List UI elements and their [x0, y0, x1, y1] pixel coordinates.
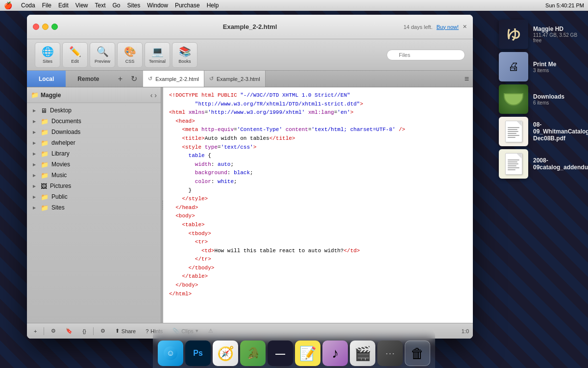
minimize-button[interactable] [42, 24, 49, 30]
file-tab-0-reload-icon[interactable]: ↺ [148, 76, 152, 82]
chevron-right-icon: ▶ [33, 206, 38, 210]
sidebar-item-desktop[interactable]: ▶ 🖥 Desktop [27, 105, 161, 116]
dock-finder[interactable]: ☺ [158, 341, 183, 366]
file-tab-1-reload-icon[interactable]: ↺ [209, 76, 214, 82]
sidebar-item-documents[interactable]: ▶ 📁 Documents [27, 116, 161, 127]
apple-menu[interactable]: 🍎 [4, 1, 12, 9]
sites-label: Sites [43, 59, 52, 64]
downloads-icon: 📁 [41, 129, 49, 136]
preview-icon: 🔍 [97, 46, 109, 57]
sidebar-forward-button[interactable]: › [154, 91, 157, 99]
share-button[interactable]: ⬆ Share [112, 327, 139, 335]
sidebar-item-dwhelper-label: dwhelper [51, 139, 75, 146]
downloads-name: Downloads [533, 93, 584, 100]
dock-safari[interactable]: 🧭 [213, 341, 238, 366]
add-tab-button[interactable]: + [115, 74, 125, 84]
buy-now-link[interactable]: Buy now! [437, 24, 459, 30]
tab-list-button[interactable]: ≡ [461, 71, 473, 87]
sidebar-item-sites-label: Sites [51, 204, 65, 211]
printme-sub: 3 items [533, 68, 584, 73]
menu-text[interactable]: Text [95, 2, 106, 9]
tea-bowl-icon [504, 93, 523, 105]
sidebar-folder-name: Maggie [41, 92, 148, 99]
sidebar-back-button[interactable]: ‹ [150, 91, 153, 99]
menu-sites[interactable]: Sites [127, 2, 141, 9]
tab-local[interactable]: Local [27, 71, 66, 87]
stack-item-downloads[interactable]: Downloads 6 items [499, 84, 584, 114]
tab-remote[interactable]: Remote [66, 71, 111, 87]
refresh-button[interactable]: ↻ [128, 74, 139, 84]
sites-button[interactable]: 🌐 Sites [35, 42, 60, 68]
maggie-name: Maggie HD [533, 26, 584, 32]
gear-icon[interactable]: ⚙ [98, 327, 108, 335]
addendum-doc-icon [505, 153, 522, 175]
sidebar-item-dwhelper[interactable]: ▶ 📁 dwhelper [27, 137, 161, 148]
dock-itunes[interactable]: ♪ [322, 341, 348, 366]
add-file-button[interactable]: + [31, 327, 40, 335]
preview-button[interactable]: 🔍 Preview [90, 42, 115, 68]
printme-info: Print Me 3 items [533, 61, 584, 73]
chevron-right-icon: ▶ [33, 173, 38, 178]
books-button[interactable]: 📚 Books [172, 42, 197, 68]
svg-text:☺: ☺ [167, 349, 174, 357]
menu-go[interactable]: Go [113, 2, 121, 9]
sidebar-item-pictures[interactable]: ▶ 🖼 Pictures [27, 181, 161, 191]
menu-file[interactable]: File [42, 2, 51, 9]
dock-apps[interactable]: ⋯ [377, 341, 403, 366]
css-button[interactable]: 🎨 CSS [117, 42, 143, 68]
maximize-button[interactable] [51, 24, 58, 30]
window-title: Example_2-2.html [223, 23, 277, 30]
catalog-thumbnail [499, 117, 528, 146]
close-button[interactable] [33, 24, 39, 30]
coda-window: Example_2-2.html 14 days left. Buy now! … [27, 15, 473, 339]
sidebar-item-movies[interactable]: ▶ 📁 Movies [27, 159, 161, 170]
downloads-sub: 6 items [533, 100, 584, 105]
close-icon[interactable]: ✕ [463, 24, 467, 30]
dock-dash[interactable]: — [268, 341, 293, 366]
edit-button[interactable]: ✏️ Edit [62, 42, 88, 68]
css-icon: 🎨 [124, 46, 136, 57]
terminal-button[interactable]: 💻 Terminal [145, 42, 170, 68]
sidebar-item-sites[interactable]: ▶ 📁 Sites [27, 202, 161, 213]
dock-stickies[interactable]: 📝 [295, 341, 320, 366]
stack-item-maggie[interactable]: ゆ Maggie HD 111.47 GB, 3.52 GB free [499, 20, 584, 49]
dock-photoshop[interactable]: Ps [185, 341, 211, 366]
code-button[interactable]: {} [79, 327, 89, 335]
file-tab-1[interactable]: ↺ Example_2-3.html [204, 71, 266, 87]
dock-trash[interactable]: 🗑 [405, 341, 430, 366]
dock-ilife[interactable]: 🎬 [350, 341, 375, 366]
movies-icon: 📁 [41, 161, 49, 168]
stack-item-catalog[interactable]: 08-09_WhitmanCatalog-Dec08B.pdf [499, 117, 584, 146]
edit-icon: ✏️ [69, 46, 81, 57]
stack-item-addendum[interactable]: 2008-09catalog_addendum.pdf [499, 149, 584, 179]
chevron-right-icon: ▶ [33, 130, 38, 134]
drag-handle[interactable] [161, 87, 163, 323]
menu-help[interactable]: Help [207, 2, 219, 9]
menu-purchase[interactable]: Purchase [175, 2, 200, 9]
menu-coda[interactable]: Coda [21, 2, 35, 9]
file-tab-0[interactable]: ↺ Example_2-2.html [143, 71, 204, 87]
downloads-thumbnail [499, 84, 528, 114]
dock: ☺ Ps 🧭 🐊 — 📝 ♪ 🎬 ⋯ 🗑 [153, 329, 435, 368]
search-input[interactable] [387, 50, 465, 60]
sidebar-item-downloads[interactable]: ▶ 📁 Downloads [27, 127, 161, 137]
printme-thumbnail: 🖨 [499, 52, 528, 81]
bookmark-button[interactable]: 🔖 [63, 327, 75, 335]
menu-edit[interactable]: Edit [58, 2, 69, 9]
public-icon: 📁 [41, 193, 49, 201]
stack-item-printme[interactable]: 🖨 Print Me 3 items [499, 52, 584, 81]
code-editor[interactable]: <!DOCTYPE html PUBLIC "-//W3C//DTD XHTML… [163, 87, 473, 323]
folder-icon: 📁 [31, 91, 39, 99]
sidebar-item-music[interactable]: ▶ 📁 Music [27, 170, 161, 181]
settings-button[interactable]: ⚙ [48, 327, 59, 335]
kanji-text: ゆ [507, 25, 521, 44]
print-icon: 🖨 [508, 60, 519, 73]
menu-view[interactable]: View [75, 2, 88, 9]
sidebar-item-library[interactable]: ▶ 📁 Library [27, 148, 161, 159]
menu-bar: 🍎 Coda File Edit View Text Go Sites Wind… [0, 0, 588, 11]
file-tabs: ↺ Example_2-2.html ↺ Example_2-3.html [143, 71, 460, 87]
chevron-right-icon: ▶ [33, 162, 38, 167]
menu-window[interactable]: Window [147, 2, 168, 9]
dock-coda[interactable]: 🐊 [240, 341, 266, 366]
sidebar-item-public[interactable]: ▶ 📁 Public [27, 191, 161, 202]
